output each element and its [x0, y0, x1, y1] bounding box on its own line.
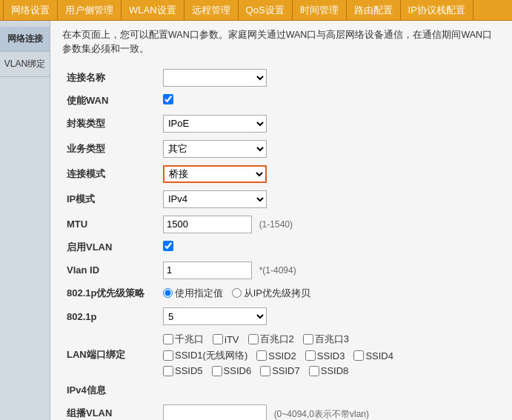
field-connection-mode: 连接模式 桥接 — [62, 161, 500, 187]
cb-label-100m3: 百兆口3 — [303, 333, 349, 346]
vlan-id-hint: *(1-4094) — [259, 265, 296, 276]
nav-network-settings[interactable]: 网络设置 — [3, 0, 58, 20]
input-multicast-vlan[interactable] — [163, 404, 267, 420]
label-ip-mode: IP模式 — [62, 187, 159, 212]
radio-text-use-specified: 使用指定值 — [175, 287, 223, 300]
label-service-type: 业务类型 — [62, 136, 159, 161]
cb-ssid4[interactable] — [353, 350, 364, 361]
input-mtu[interactable] — [163, 216, 252, 233]
cb-label-ssid7: SSID7 — [260, 365, 300, 376]
cb-label-ssid3: SSID3 — [305, 350, 345, 361]
select-connection-mode[interactable]: 桥接 — [163, 165, 267, 183]
sidebar-item-network-connection[interactable]: 网络连接 — [0, 27, 50, 52]
radio-use-specified[interactable] — [163, 288, 173, 298]
field-multicast-vlan: 组播VLAN (0~4094,0表示不带vlan) — [62, 401, 500, 420]
label-802-1p-policy: 802.1p优先级策略 — [62, 283, 159, 304]
cb-label-itv: iTV — [213, 334, 239, 345]
label-vlan-id: Vlan ID — [62, 258, 159, 283]
label-encap-type: 封装类型 — [62, 111, 159, 136]
cb-label-ssid6: SSID6 — [212, 365, 252, 376]
cb-label-ssid5: SSID5 — [163, 365, 203, 376]
sidebar: 网络连接 VLAN绑定 — [0, 21, 50, 420]
radio-copy-from-ip[interactable] — [232, 288, 242, 298]
cb-ssid6[interactable] — [212, 366, 222, 376]
lan-port-checkbox-group: 千兆口 iTV 百兆口2 百兆口3 — [163, 333, 496, 346]
select-connection-name[interactable] — [163, 69, 267, 87]
nav-time-management[interactable]: 时间管理 — [293, 0, 347, 20]
label-multicast-vlan: 组播VLAN — [62, 401, 159, 420]
field-service-type: 业务类型 其它 — [62, 136, 500, 161]
label-enable-wan: 使能WAN — [62, 90, 159, 111]
radio-label-use-specified: 使用指定值 — [163, 287, 223, 300]
select-802-1p[interactable]: 5 — [163, 307, 267, 325]
cb-ssid8[interactable] — [309, 366, 319, 376]
page-description: 在本页面上，您可以配置WAN口参数。家庭网关通过WAN口与高层网络设备通信，在通… — [62, 28, 500, 56]
cb-ssid3[interactable] — [305, 350, 316, 361]
select-encap-type[interactable]: IPoE — [163, 115, 267, 133]
cb-label-ssid8: SSID8 — [309, 365, 349, 376]
field-encap-type: 封装类型 IPoE — [62, 111, 500, 136]
cb-ssid5[interactable] — [163, 366, 173, 376]
checkbox-enable-vlan[interactable] — [163, 241, 173, 251]
label-connection-mode: 连接模式 — [62, 161, 159, 187]
nav-ip-stack-config[interactable]: IP协议栈配置 — [401, 0, 473, 20]
label-802-1p: 802.1p — [62, 304, 159, 329]
cb-label-ssid4: SSID4 — [353, 350, 393, 361]
cb-label-100m2: 百兆口2 — [248, 333, 294, 346]
nav-wlan-settings[interactable]: WLAN设置 — [122, 0, 184, 20]
select-ip-mode[interactable]: IPv4 — [163, 190, 267, 208]
field-enable-vlan: 启用VLAN — [62, 237, 500, 258]
top-nav: 网络设置 用户侧管理 WLAN设置 远程管理 QoS设置 时间管理 路由配置 I… — [0, 0, 512, 21]
main-content: 在本页面上，您可以配置WAN口参数。家庭网关通过WAN口与高层网络设备通信，在通… — [50, 21, 512, 420]
nav-remote-management[interactable]: 远程管理 — [184, 0, 239, 20]
nav-user-management[interactable]: 用户侧管理 — [58, 0, 122, 20]
cb-label-ssid2: SSID2 — [256, 350, 296, 361]
field-connection-name: 连接名称 — [62, 65, 500, 90]
field-802-1p: 802.1p 5 — [62, 304, 500, 329]
cb-ssid7[interactable] — [260, 366, 270, 376]
field-mtu: MTU (1-1540) — [62, 212, 500, 237]
multicast-vlan-hint: (0~4094,0表示不带vlan) — [274, 409, 369, 419]
label-enable-vlan: 启用VLAN — [62, 237, 159, 258]
field-802-1p-policy: 802.1p优先级策略 使用指定值 从IP优先级拷贝 — [62, 283, 500, 304]
label-mtu: MTU — [62, 212, 159, 237]
ssid-checkbox-group-2: SSID5 SSID6 SSID7 SSID8 — [163, 365, 496, 376]
cb-100m3[interactable] — [303, 334, 313, 344]
field-vlan-id: Vlan ID *(1-4094) — [62, 258, 500, 283]
ssid-checkbox-group-1: SSID1(无线网络) SSID2 SSID3 SSID4 — [163, 349, 496, 362]
cb-ssid2[interactable] — [256, 350, 267, 361]
select-service-type[interactable]: 其它 — [163, 140, 267, 158]
checkbox-enable-wan[interactable] — [163, 94, 173, 104]
form-table: 连接名称 使能WAN 封装类型 IPoE — [62, 65, 500, 421]
sidebar-item-vlan-binding[interactable]: VLAN绑定 — [0, 52, 50, 77]
cb-100m2[interactable] — [248, 334, 259, 344]
field-ip-mode: IP模式 IPv4 — [62, 187, 500, 212]
field-enable-wan: 使能WAN — [62, 90, 500, 111]
label-lan-port-binding: LAN端口绑定 — [62, 329, 159, 380]
label-ipv4-info: IPv4信息 — [62, 380, 159, 401]
input-vlan-id[interactable] — [163, 261, 252, 279]
nav-qos-settings[interactable]: QoS设置 — [239, 0, 293, 20]
field-ipv4-info: IPv4信息 — [62, 380, 500, 401]
radio-label-copy-from-ip: 从IP优先级拷贝 — [232, 287, 310, 300]
nav-route-config[interactable]: 路由配置 — [347, 0, 401, 20]
radio-text-copy-from-ip: 从IP优先级拷贝 — [244, 287, 310, 300]
mtu-hint: (1-1540) — [259, 219, 293, 230]
cb-label-ssid1: SSID1(无线网络) — [163, 349, 247, 362]
cb-ssid1[interactable] — [163, 350, 173, 361]
cb-itv[interactable] — [213, 334, 223, 344]
label-connection-name: 连接名称 — [62, 65, 159, 90]
cb-gigabit[interactable] — [163, 334, 173, 344]
cb-label-gigabit: 千兆口 — [163, 333, 204, 346]
field-lan-port-binding: LAN端口绑定 千兆口 iTV 百兆口2 百兆口3 SSID1(无线网络) SS… — [62, 329, 500, 380]
